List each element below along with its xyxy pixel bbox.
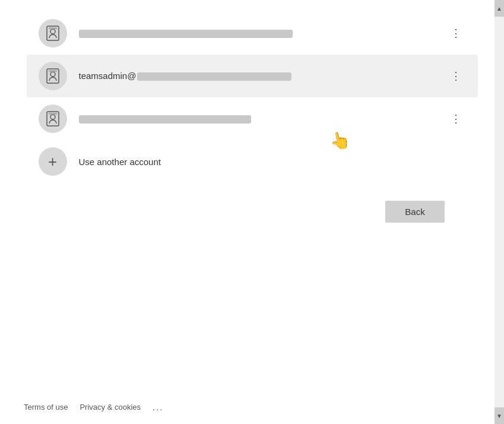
scroll-down-button[interactable]: ▼ [495, 407, 504, 424]
more-options-button-2[interactable]: ⋮ [447, 67, 466, 86]
scroll-up-button[interactable]: ▲ [495, 0, 504, 17]
account-info-3 [79, 113, 447, 124]
account-info-1 [79, 28, 447, 39]
main-container: ▲ ▼ ⋮ [0, 0, 504, 424]
account-email-visible-2: teamsadmin@ [79, 71, 137, 81]
add-account-item[interactable]: + Use another account [27, 140, 478, 183]
svg-point-1 [50, 29, 55, 34]
privacy-link[interactable]: Privacy & cookies [80, 403, 141, 412]
more-options-button-3[interactable]: ⋮ [447, 109, 466, 128]
back-area: Back [0, 183, 504, 241]
svg-rect-2 [49, 27, 57, 29]
svg-rect-5 [49, 70, 57, 72]
content-area: ⋮ teamsadmin@ ⋮ [0, 0, 504, 393]
svg-rect-8 [49, 113, 57, 115]
svg-point-7 [50, 115, 55, 119]
account-item-3[interactable]: ⋮ [27, 97, 478, 140]
account-info-2: teamsadmin@ [79, 71, 447, 81]
add-avatar-icon: + [39, 147, 67, 176]
scrollbar[interactable]: ▲ ▼ [495, 0, 504, 424]
more-footer-button[interactable]: ... [153, 402, 164, 412]
account-email-blurred-suffix-2 [137, 72, 291, 81]
svg-point-4 [50, 72, 55, 77]
footer: Terms of use Privacy & cookies ... [0, 393, 504, 424]
add-account-label: Use another account [79, 157, 161, 167]
account-email-2: teamsadmin@ [79, 71, 292, 81]
avatar-1 [39, 19, 67, 48]
account-email-blurred-1 [79, 30, 293, 38]
avatar-3 [39, 105, 67, 133]
account-item-2[interactable]: teamsadmin@ ⋮ [27, 55, 478, 97]
account-item-1[interactable]: ⋮ [27, 12, 478, 55]
account-list: ⋮ teamsadmin@ ⋮ [27, 12, 478, 183]
account-email-blurred-3 [79, 115, 251, 124]
back-button[interactable]: Back [385, 201, 445, 223]
avatar-2 [39, 62, 67, 90]
terms-link[interactable]: Terms of use [24, 403, 68, 412]
more-options-button-1[interactable]: ⋮ [447, 24, 466, 43]
